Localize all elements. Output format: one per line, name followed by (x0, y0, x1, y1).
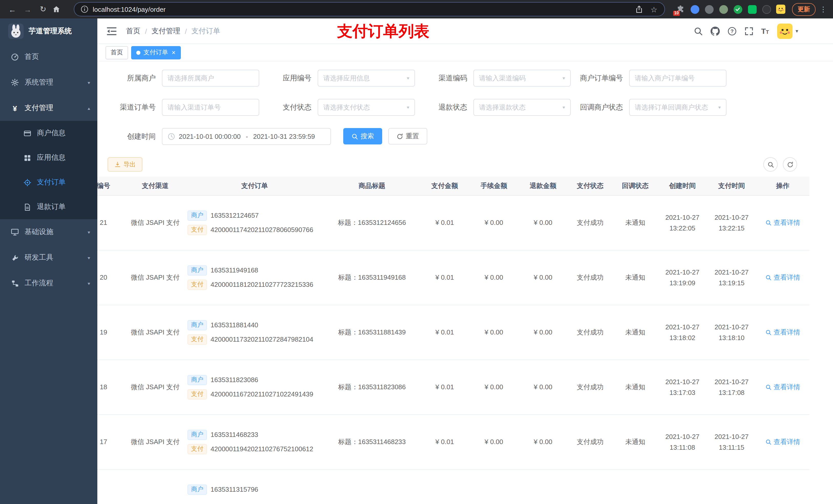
search-button[interactable]: 搜索 (343, 128, 382, 144)
help-icon[interactable] (727, 26, 736, 35)
merchant-order-line: 商户 1635311949168 (188, 265, 322, 275)
sidebar-item-infra[interactable]: 基础设施 ▾ (0, 219, 97, 245)
sidebar-fold-icon[interactable] (105, 25, 118, 37)
cell-pay-time (707, 469, 756, 504)
table-row: 19 微信 JSAPI 支付 商户 1635311881440 支付 42000… (97, 305, 809, 360)
export-button[interactable]: 导出 (108, 157, 142, 172)
browser-update-button[interactable]: 更新 (792, 3, 815, 16)
extension-blue-icon[interactable] (689, 3, 701, 15)
browser-home-icon[interactable] (51, 2, 66, 16)
refund-status-select[interactable]: 请选择退款状态 ▾ (473, 99, 571, 116)
sidebar-item-payment[interactable]: ¥ 支付管理 ▴ (0, 95, 97, 121)
breadcrumb-home[interactable]: 首页 (126, 26, 140, 35)
avatar[interactable] (777, 23, 792, 39)
toolbar-right-actions (758, 157, 797, 172)
view-detail-link[interactable]: 查看详情 (765, 437, 800, 447)
site-info-icon[interactable] (80, 5, 89, 13)
sidebar-item-workflow[interactable]: 工作流程 ▾ (0, 270, 97, 296)
merchant-badge: 商户 (188, 210, 207, 220)
extension-green-check-icon[interactable] (732, 3, 744, 15)
app-no-select[interactable]: 请选择应用信息 ▾ (318, 70, 415, 87)
extension-green-square-icon[interactable] (746, 3, 758, 15)
col-id: 编号 (97, 177, 125, 195)
cell-notify: 未通知 (613, 195, 658, 250)
view-detail-link[interactable]: 查看详情 (765, 218, 800, 227)
sidebar-item-dev-tools[interactable]: 研发工具 ▾ (0, 245, 97, 270)
browser-forward-icon[interactable]: → (21, 2, 35, 16)
sidebar-item-label: 工作流程 (25, 279, 53, 288)
extension-grey-icon[interactable] (703, 3, 715, 15)
cell-channel: 微信 JSAPI 支付 (125, 305, 186, 360)
select-placeholder: 请选择订单回调商户状态 (635, 103, 716, 112)
cell-refund: ¥ 0.00 (519, 360, 568, 414)
tab-pay-order[interactable]: 支付订单 × (131, 46, 181, 59)
sidebar-item-label: 支付订单 (37, 178, 66, 187)
select-placeholder: 请选择应用信息 (323, 73, 405, 83)
show-search-toggle-button[interactable] (763, 157, 778, 172)
magnifier-icon (765, 274, 771, 281)
sidebar-item-home[interactable]: 首页 (0, 44, 97, 70)
breadcrumb-current: 支付订单 (192, 26, 220, 35)
reset-button[interactable]: 重置 (388, 128, 427, 144)
sidebar-item-system[interactable]: 系统管理 ▾ (0, 70, 97, 95)
cell-status: 支付成功 (568, 195, 613, 250)
bookmark-star-icon[interactable]: ☆ (649, 5, 658, 14)
create-time-range-picker[interactable]: 2021-10-01 00:00:00 - 2021-10-31 23:59:5… (162, 128, 331, 145)
view-detail-link[interactable]: 查看详情 (765, 273, 800, 282)
sidebar-item-pay-order[interactable]: 支付订单 (0, 170, 97, 195)
extension-emoji-icon[interactable] (775, 3, 787, 15)
cell-notify: 未通知 (613, 305, 658, 360)
view-detail-link[interactable]: 查看详情 (765, 328, 800, 337)
document-icon (23, 202, 32, 212)
sidebar-item-refund-order[interactable]: 退款订单 (0, 195, 97, 219)
channel-pay-no: 4200001167202110271022491439 (211, 390, 313, 398)
search-icon[interactable] (693, 26, 703, 35)
browser-reload-icon[interactable]: ↻ (36, 2, 50, 16)
channel-pay-no: 4200001181202110277723215336 (211, 281, 313, 288)
view-detail-link[interactable]: 查看详情 (765, 382, 800, 391)
create-clock: 13:19:09 (660, 278, 705, 288)
notify-status-select[interactable]: 请选择订单回调商户状态 ▾ (629, 99, 727, 116)
magnifier-icon (765, 329, 771, 335)
select-placeholder: 请输入渠道编码 (479, 73, 561, 83)
workflow-icon (10, 279, 20, 288)
cell-pay-order: 商户 1635311881440 支付 42000011732021102728… (186, 305, 324, 360)
address-bar[interactable]: localhost:1024/pay/order ☆ (74, 2, 665, 16)
sidebar-item-label: 研发工具 (25, 253, 53, 262)
merchant-order-no-input[interactable] (629, 70, 727, 87)
col-notify: 回调状态 (613, 177, 658, 195)
sidebar-item-merchant-info[interactable]: 商户信息 (0, 121, 97, 145)
sidebar-item-app-info[interactable]: 应用信息 (0, 145, 97, 170)
channel-order-no-input[interactable] (162, 99, 259, 116)
avatar-caret-icon[interactable]: ▾ (795, 28, 798, 34)
merchant-input[interactable] (162, 70, 259, 87)
cell-id: 18 (97, 360, 125, 414)
breadcrumb-payment[interactable]: 支付管理 (152, 26, 180, 35)
cell-pay-time: 2021-10-27 13:11:15 (707, 414, 756, 469)
cell-refund: ¥ 0.00 (519, 250, 568, 305)
tab-home[interactable]: 首页 (105, 46, 128, 59)
extension-puzzle-icon[interactable]: 10 (674, 3, 687, 15)
browser-menu-icon[interactable]: ⋮ (820, 5, 827, 13)
refresh-table-button[interactable] (783, 157, 797, 172)
cell-notify: 未通知 (613, 250, 658, 305)
pay-badge: 支付 (188, 280, 207, 290)
pay-date: 2021-10-27 (709, 431, 754, 442)
tab-close-icon[interactable]: × (172, 49, 175, 56)
cell-create-time (658, 469, 707, 504)
font-size-icon[interactable]: TT (761, 27, 769, 35)
extension-olive-icon[interactable] (717, 3, 730, 15)
orders-table-wrap: 编号 支付渠道 支付订单 商品标题 支付金额 手续金额 退款金额 支付状态 回调… (97, 177, 833, 504)
github-icon[interactable] (710, 26, 719, 35)
channel-code-select[interactable]: 请输入渠道编码 ▾ (473, 70, 571, 87)
share-icon[interactable] (635, 5, 643, 14)
cell-action (756, 469, 809, 504)
extension-pin-icon[interactable] (760, 3, 772, 15)
breadcrumb-separator: / (145, 27, 147, 35)
view-detail-label: 查看详情 (774, 328, 800, 337)
browser-back-icon[interactable]: ← (5, 2, 20, 16)
cell-fee (469, 469, 519, 504)
pay-status-select[interactable]: 请选择支付状态 ▾ (318, 99, 415, 116)
fullscreen-icon[interactable] (744, 26, 753, 35)
col-title: 商品标题 (324, 177, 420, 195)
